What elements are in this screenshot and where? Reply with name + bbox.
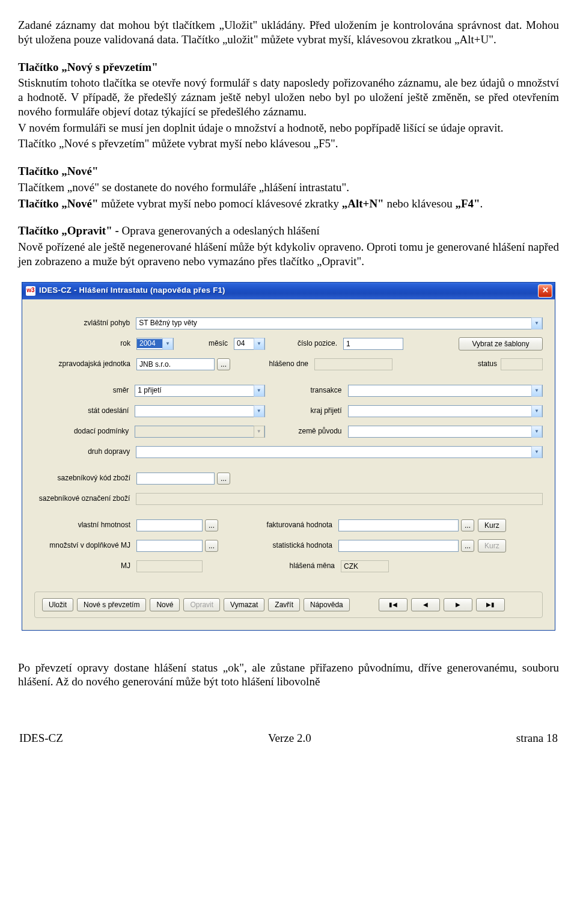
heading: Tlačítko „Nový s převzetím" xyxy=(18,60,559,75)
next-icon: ▶ xyxy=(456,601,460,608)
label-zpravodajska-jednotka: zpravodajská jednotka xyxy=(34,360,136,369)
text: Tlačítko „Nové" můžete vybrat myší nebo … xyxy=(18,197,559,211)
label-transakce: transakce xyxy=(265,386,348,395)
label-mnozstvi-mj: množství v doplňkové MJ xyxy=(34,541,136,550)
text: Tlačítkem „nové" se dostanete do nového … xyxy=(18,180,559,195)
heading: Tlačítko „Opravit" - Oprava generovaných… xyxy=(18,224,559,238)
input-mnozstvi-mj[interactable] xyxy=(136,540,203,552)
combo-druh-dopravy[interactable]: ▼ xyxy=(136,446,543,458)
label-dodaci-podminky: dodací podmínky xyxy=(34,427,135,436)
last-icon: ▶▮ xyxy=(486,601,495,608)
text-bold: Tlačítko „Opravit" - xyxy=(18,224,122,237)
label-zeme-puvodu: země původu xyxy=(265,427,348,436)
zavrit-button[interactable]: Zavřít xyxy=(268,598,300,611)
napoveda-button[interactable]: Nápověda xyxy=(304,598,350,611)
titlebar[interactable]: w3 IDES-CZ - Hlášení Intrastatu (napověd… xyxy=(22,283,555,299)
kurz-button-disabled: Kurz xyxy=(478,539,506,552)
text: . xyxy=(480,197,483,210)
label-hlasena-mena: hlášená měna xyxy=(221,561,341,571)
combo-dodaci-podminky: ▼ xyxy=(135,426,264,438)
combo-zvlastni-pohyb[interactable]: ST Běžný typ věty ▼ xyxy=(136,317,543,329)
nav-next-button[interactable]: ▶ xyxy=(444,598,472,611)
text: nebo klávesou xyxy=(384,197,456,210)
chevron-down-icon[interactable]: ▼ xyxy=(531,426,542,438)
label-statisticka-hodnota: statistická hodnota xyxy=(218,541,338,550)
label-mj: MJ xyxy=(34,561,136,571)
label-vlastni-hmotnost: vlastní hmotnost xyxy=(34,521,136,530)
lookup-button[interactable]: ... xyxy=(217,358,230,370)
label-kraj-prijeti: kraj přijetí xyxy=(265,406,348,415)
input-statisticka-hodnota[interactable] xyxy=(338,540,459,552)
combo-smer[interactable]: 1 přijetí ▼ xyxy=(135,385,264,397)
paragraph-novy-prevzetim: Tlačítko „Nový s převzetím" Stisknutím t… xyxy=(18,60,559,151)
lookup-button[interactable]: ... xyxy=(205,519,218,531)
nav-prev-button[interactable]: ◀ xyxy=(411,598,440,611)
label-sazebnikovy-kod: sazebníkový kód zboží xyxy=(34,474,136,483)
opravit-button: Opravit xyxy=(183,598,220,611)
combo-value: 04 xyxy=(234,339,254,348)
label-cislo-pozice: číslo pozice. xyxy=(265,339,343,348)
text: Nově pořízené ale ještě negenerované hlá… xyxy=(18,240,559,269)
lookup-button[interactable]: ... xyxy=(205,540,218,552)
label-stat-odeslani: stát odeslání xyxy=(34,406,135,415)
heading: Tlačítko „Nové" xyxy=(18,164,559,179)
chevron-down-icon[interactable]: ▼ xyxy=(254,385,264,397)
label-mesic: měsíc xyxy=(174,339,234,348)
input-zpravodajska-jednotka[interactable] xyxy=(136,358,215,370)
label-rok: rok xyxy=(34,339,136,348)
label-smer: směr xyxy=(34,386,135,395)
app-icon: w3 xyxy=(26,286,35,296)
text: Zadané záznamy dat mohou být tlačítkem „… xyxy=(18,18,559,47)
vybrat-sablony-button[interactable]: Vybrat ze šablony xyxy=(459,337,543,350)
footer-center: Verze 2.0 xyxy=(268,731,311,745)
chevron-down-icon[interactable]: ▼ xyxy=(254,405,264,417)
text-bold: „Alt+N" xyxy=(342,197,384,210)
label-zvlastni-pohyb: zvláštní pohyb xyxy=(34,319,136,328)
text-bold: „F4" xyxy=(455,197,480,210)
lookup-button[interactable]: ... xyxy=(461,540,474,552)
chevron-down-icon[interactable]: ▼ xyxy=(531,385,542,397)
chevron-down-icon[interactable]: ▼ xyxy=(531,317,542,329)
text: můžete vybrat myší nebo pomocí klávesové… xyxy=(99,197,342,210)
label-fakturovana-hodnota: fakturovaná hodnota xyxy=(218,521,338,530)
label-hlaseno-dne: hlášeno dne xyxy=(230,360,314,369)
chevron-down-icon[interactable]: ▼ xyxy=(531,446,542,458)
nav-first-button[interactable]: ▮◀ xyxy=(379,598,408,611)
input-hlasena-mena xyxy=(341,560,389,572)
paragraph-opravit: Tlačítko „Opravit" - Oprava generovaných… xyxy=(18,224,559,268)
input-vlastni-hmotnost[interactable] xyxy=(136,519,203,531)
combo-mesic[interactable]: 04 ▼ xyxy=(234,338,265,350)
app-window: w3 IDES-CZ - Hlášení Intrastatu (napověd… xyxy=(22,282,555,631)
text: Stisknutím tohoto tlačítka se otevře nov… xyxy=(18,76,559,118)
combo-kraj-prijeti[interactable]: ▼ xyxy=(348,405,543,417)
nav-last-button[interactable]: ▶▮ xyxy=(476,598,505,611)
lookup-button[interactable]: ... xyxy=(217,473,230,485)
chevron-down-icon[interactable]: ▼ xyxy=(254,338,264,350)
input-cislo-pozice[interactable] xyxy=(343,338,403,350)
nove-button[interactable]: Nové xyxy=(150,598,180,611)
nove-prevzetim-button[interactable]: Nové s převzetím xyxy=(77,598,146,611)
input-sazebnikove-oznaceni xyxy=(136,493,543,505)
text: Tlačítko „Nové s převzetím" můžete vybra… xyxy=(18,136,559,151)
form-body: zvláštní pohyb ST Běžný typ věty ▼ rok 2… xyxy=(22,299,555,630)
input-hlaseno-dne xyxy=(314,358,392,370)
text: Po převzetí opravy dostane hlášení statu… xyxy=(18,661,559,690)
paragraph-nove: Tlačítko „Nové" Tlačítkem „nové" se dost… xyxy=(18,164,559,210)
vymazat-button[interactable]: Vymazat xyxy=(224,598,264,611)
input-sazebnikovy-kod[interactable] xyxy=(136,473,215,485)
footer-right: strana 18 xyxy=(516,731,558,745)
combo-transakce[interactable]: ▼ xyxy=(348,385,543,397)
combo-rok[interactable]: 2004 ▼ xyxy=(136,338,174,350)
combo-stat-odeslani[interactable]: ▼ xyxy=(135,405,264,417)
window-title: IDES-CZ - Hlášení Intrastatu (napověda p… xyxy=(39,286,538,295)
combo-zeme-puvodu[interactable]: ▼ xyxy=(348,426,543,438)
kurz-button[interactable]: Kurz xyxy=(478,519,506,532)
ulozit-button[interactable]: Uložit xyxy=(42,598,73,611)
close-icon[interactable]: ✕ xyxy=(538,284,552,298)
button-bar: Uložit Nové s převzetím Nové Opravit Vym… xyxy=(34,592,543,618)
input-fakturovana-hodnota[interactable] xyxy=(338,519,459,531)
combo-value: 2004 xyxy=(137,339,162,348)
chevron-down-icon[interactable]: ▼ xyxy=(162,338,173,350)
lookup-button[interactable]: ... xyxy=(461,519,474,531)
chevron-down-icon[interactable]: ▼ xyxy=(531,405,542,417)
